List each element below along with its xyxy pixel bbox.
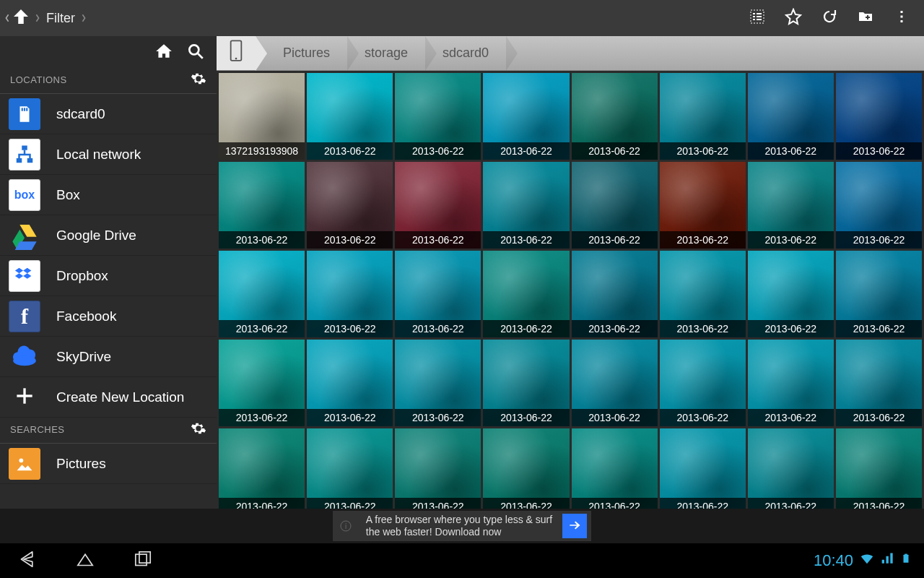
home-icon[interactable]	[154, 42, 173, 64]
thumbnail[interactable]: 2013-06-22	[572, 428, 658, 509]
sidebar-item-sdcard0[interactable]: sdcard0	[0, 94, 217, 134]
arrow-up-icon	[10, 6, 32, 31]
thumbnail[interactable]: 2013-06-22	[572, 73, 658, 160]
sidebar-item-label: Dropbox	[56, 268, 108, 284]
svg-text:i: i	[345, 522, 346, 530]
thumbnail[interactable]: 2013-06-22	[483, 251, 569, 337]
thumbnail[interactable]: 2013-06-22	[395, 428, 481, 509]
sidebar-item-box[interactable]: box Box	[0, 175, 217, 215]
ad-box[interactable]: i A free browser where you type less & s…	[333, 511, 591, 541]
thumbnail[interactable]: 2013-06-22	[219, 162, 305, 249]
favorite-button[interactable]	[775, 0, 811, 36]
thumbnail-caption: 2013-06-22	[572, 320, 658, 337]
thumbnail[interactable]: 1372193193908	[219, 73, 305, 160]
recent-apps-button[interactable]	[128, 546, 157, 575]
nav-home-icon	[73, 547, 97, 574]
new-folder-icon	[857, 8, 874, 29]
nav-bar: 10:40	[0, 543, 924, 578]
thumbnail-caption: 2013-06-22	[483, 320, 569, 337]
battery-icon	[901, 551, 911, 571]
create-location-button[interactable]: Create New Location	[0, 377, 217, 418]
breadcrumb-seg[interactable]: storage	[349, 36, 427, 70]
thumbnail[interactable]: 2013-06-22	[572, 162, 658, 249]
thumbnail[interactable]: 2013-06-22	[307, 428, 393, 509]
gear-icon[interactable]	[191, 71, 206, 89]
thumbnail[interactable]: 2013-06-22	[660, 73, 746, 160]
thumbnail-caption: 2013-06-22	[748, 320, 834, 337]
thumbnail-caption: 2013-06-22	[572, 142, 658, 160]
thumbnail[interactable]: 2013-06-22	[395, 73, 481, 160]
thumbnail[interactable]: 2013-06-22	[483, 428, 569, 509]
thumbnail[interactable]: 2013-06-22	[836, 428, 922, 509]
sidebar-item-label: Local network	[56, 147, 141, 163]
thumbnail-image	[748, 428, 834, 509]
thumbnail-image	[219, 428, 305, 509]
searches-header-label: SEARCHES	[10, 424, 65, 435]
overflow-icon	[893, 8, 910, 29]
thumbnail-caption: 2013-06-22	[836, 142, 922, 160]
thumbnail[interactable]: 2013-06-22	[219, 340, 305, 426]
thumbnail[interactable]: 2013-06-22	[836, 340, 922, 426]
action-bar: Filter	[0, 0, 924, 36]
ad-text-line: the web faster! Download now	[366, 526, 552, 538]
ad-banner: i A free browser where you type less & s…	[0, 509, 924, 543]
thumbnail[interactable]: 2013-06-22	[307, 340, 393, 426]
new-folder-button[interactable]	[847, 0, 884, 36]
up-button[interactable]: Filter	[4, 0, 94, 36]
thumbnail[interactable]: 2013-06-22	[307, 251, 393, 337]
thumbnail[interactable]: 2013-06-22	[836, 73, 922, 160]
thumbnail[interactable]: 2013-06-22	[572, 340, 658, 426]
status-area: 10:40	[814, 551, 911, 571]
thumbnail[interactable]: 2013-06-22	[660, 428, 746, 509]
breadcrumb-seg[interactable]: Pictures	[267, 36, 349, 70]
sidebar-item-label: Facebook	[56, 309, 116, 324]
sidebar-item-google-drive[interactable]: Google Drive	[0, 215, 217, 256]
breadcrumb-label: Pictures	[283, 46, 330, 61]
sidebar-item-pictures[interactable]: Pictures	[0, 444, 217, 484]
sidebar-item-dropbox[interactable]: Dropbox	[0, 256, 217, 296]
nav-recent-icon	[131, 547, 155, 574]
overflow-button[interactable]	[884, 0, 920, 36]
select-mode-button[interactable]	[739, 0, 775, 36]
facebook-logo-icon: f	[9, 301, 40, 332]
thumbnail[interactable]: 2013-06-22	[483, 340, 569, 426]
thumbnail[interactable]: 2013-06-22	[395, 162, 481, 249]
thumbnail[interactable]: 2013-06-22	[219, 251, 305, 337]
thumbnail-caption: 2013-06-22	[219, 320, 305, 337]
search-icon[interactable]	[186, 42, 205, 64]
thumbnail[interactable]: 2013-06-22	[748, 162, 834, 249]
thumbnail[interactable]: 2013-06-22	[395, 251, 481, 337]
thumbnail[interactable]: 2013-06-22	[660, 251, 746, 337]
thumbnail[interactable]: 2013-06-22	[572, 251, 658, 337]
sidebar-item-facebook[interactable]: f Facebook	[0, 296, 217, 337]
thumbnail-image	[660, 428, 746, 509]
thumbnail[interactable]: 2013-06-22	[836, 251, 922, 337]
thumbnail[interactable]: 2013-06-22	[748, 73, 834, 160]
gear-icon[interactable]	[191, 420, 206, 439]
breadcrumb-device[interactable]	[217, 36, 256, 70]
svg-rect-3	[753, 16, 755, 17]
pictures-icon	[9, 448, 40, 480]
thumbnail[interactable]: 2013-06-22	[660, 162, 746, 249]
home-button[interactable]	[71, 546, 100, 575]
thumbnail[interactable]: 2013-06-22	[748, 251, 834, 337]
sidebar-item-skydrive[interactable]: SkyDrive	[0, 337, 217, 377]
nav-back-icon	[15, 547, 40, 574]
thumbnail[interactable]: 2013-06-22	[395, 340, 481, 426]
svg-rect-14	[22, 108, 23, 111]
thumbnail[interactable]: 2013-06-22	[307, 73, 393, 160]
breadcrumb-seg[interactable]: sdcard0	[427, 36, 507, 70]
sidebar-item-local-network[interactable]: Local network	[0, 134, 217, 175]
thumbnail[interactable]: 2013-06-22	[748, 340, 834, 426]
thumbnail[interactable]: 2013-06-22	[748, 428, 834, 509]
refresh-icon	[821, 8, 838, 29]
thumbnail[interactable]: 2013-06-22	[836, 162, 922, 249]
thumbnail[interactable]: 2013-06-22	[483, 73, 569, 160]
back-button[interactable]	[13, 546, 42, 575]
ad-go-button[interactable]	[562, 514, 587, 538]
thumbnail[interactable]: 2013-06-22	[219, 428, 305, 509]
thumbnail[interactable]: 2013-06-22	[307, 162, 393, 249]
refresh-button[interactable]	[811, 0, 847, 36]
thumbnail[interactable]: 2013-06-22	[483, 162, 569, 249]
thumbnail[interactable]: 2013-06-22	[660, 340, 746, 426]
